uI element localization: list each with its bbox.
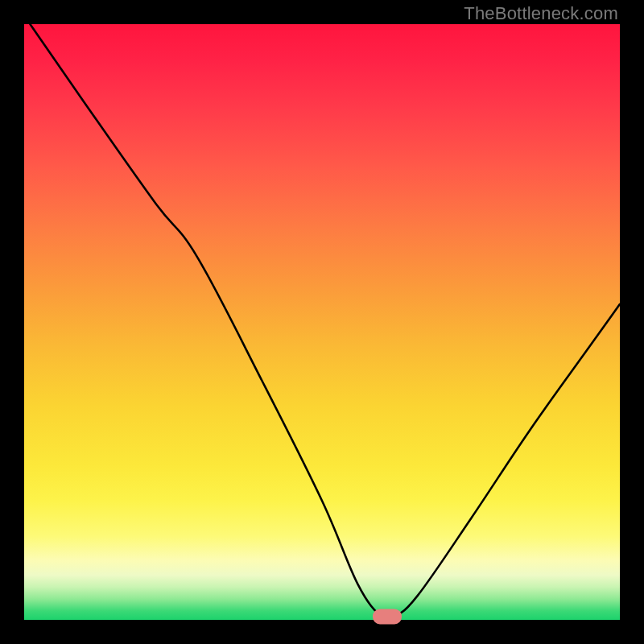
bottleneck-line <box>24 24 620 620</box>
watermark-text: TheBottleneck.com <box>464 3 618 24</box>
plot-area <box>24 24 620 620</box>
chart-frame: TheBottleneck.com <box>0 0 644 644</box>
minimum-marker <box>373 609 402 625</box>
